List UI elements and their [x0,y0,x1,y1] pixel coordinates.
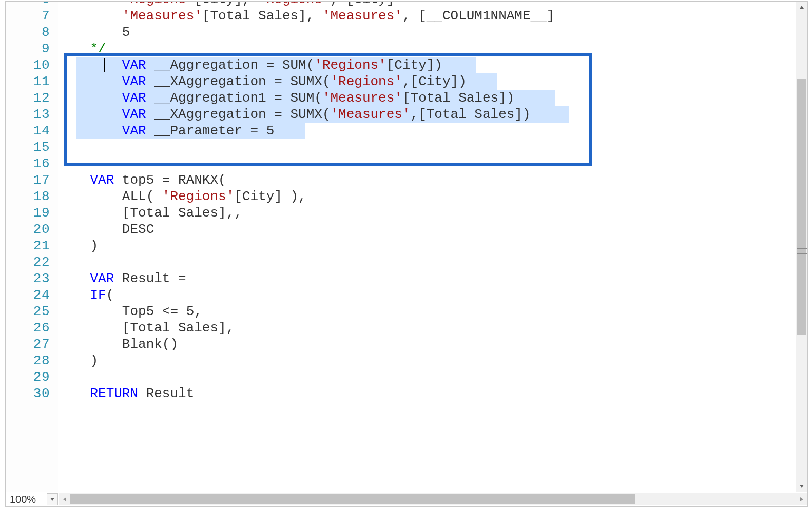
horizontal-scrollbar-thumb[interactable] [70,494,635,504]
horizontal-scrollbar[interactable] [59,493,807,505]
svg-marker-4 [800,497,803,501]
scroll-marker [797,248,807,249]
svg-marker-0 [800,6,804,9]
code-line[interactable]: [Total Sales], [58,320,234,336]
code-line[interactable]: Blank() [58,336,178,352]
line-number-gutter: 6789101112131415161718192021222324252627… [6,2,58,492]
line-number: 13 [6,106,50,123]
line-number: 24 [6,287,50,303]
code-line[interactable]: DESC [58,221,154,238]
code-line[interactable]: VAR __XAggregation = SUMX('Measures',[To… [58,106,531,123]
line-number: 11 [6,73,50,90]
line-number: 29 [6,369,50,385]
line-number: 6 [6,2,50,8]
line-number: 26 [6,320,50,336]
code-surface[interactable]: 'Regions'[City], 'Regions', [City] 'Meas… [58,2,796,492]
line-number: 30 [6,385,50,402]
code-line[interactable]: Top5 <= 5, [58,303,202,320]
line-number: 12 [6,90,50,106]
svg-marker-3 [63,497,66,501]
code-line[interactable] [58,254,66,270]
line-number: 8 [6,24,50,41]
scroll-down-button[interactable] [796,481,807,492]
code-line[interactable] [58,155,66,172]
code-line[interactable] [58,369,66,385]
vertical-scrollbar[interactable] [796,2,807,492]
svg-marker-1 [800,485,804,488]
line-number: 7 [6,8,50,24]
zoom-control[interactable]: 100% [6,492,58,506]
code-line[interactable]: RETURN Result [58,385,194,402]
code-line[interactable]: IF( [58,287,114,303]
chevron-right-icon [799,497,804,502]
code-line[interactable]: VAR __XAggregation = SUMX('Regions',[Cit… [58,73,467,90]
code-line[interactable]: 5 [58,24,130,41]
chevron-down-icon [50,497,55,502]
code-line[interactable]: ) [58,352,98,369]
line-number: 21 [6,238,50,254]
scroll-left-button[interactable] [59,493,70,505]
code-line[interactable]: VAR __Parameter = 5 [58,123,274,139]
chevron-down-icon [799,484,804,489]
svg-marker-2 [50,498,54,501]
line-number: 20 [6,221,50,238]
editor-area[interactable]: 6789101112131415161718192021222324252627… [6,2,796,492]
line-number: 14 [6,123,50,139]
code-line[interactable]: 'Regions'[City], 'Regions', [City] [58,2,394,8]
chevron-up-icon [799,5,804,10]
chevron-left-icon [62,497,67,502]
line-number: 15 [6,139,50,155]
line-number: 9 [6,41,50,57]
line-number: 16 [6,155,50,172]
editor-pane: 6789101112131415161718192021222324252627… [5,1,808,507]
code-line[interactable]: */ [58,41,106,57]
line-number: 28 [6,352,50,369]
code-line[interactable] [58,139,66,155]
line-number: 25 [6,303,50,320]
code-line[interactable]: 'Measures'[Total Sales], 'Measures', [__… [58,8,554,24]
scroll-right-button[interactable] [796,493,807,505]
zoom-dropdown-button[interactable] [47,493,58,505]
line-number: 10 [6,57,50,73]
line-number: 18 [6,188,50,205]
line-number: 22 [6,254,50,270]
scroll-marker [797,253,807,254]
scroll-up-button[interactable] [796,2,807,13]
code-line[interactable]: VAR __Aggregation1 = SUM('Measures'[Tota… [58,90,514,106]
code-line[interactable]: VAR Result = [58,270,186,287]
code-line[interactable]: [Total Sales],, [58,205,242,221]
horizontal-scrollbar-track[interactable] [70,493,796,505]
line-number: 27 [6,336,50,352]
code-line[interactable]: ALL( 'Regions'[City] ), [58,188,306,205]
vertical-scrollbar-thumb[interactable] [797,79,806,335]
code-line[interactable]: VAR top5 = RANKX( [58,172,226,188]
line-number: 17 [6,172,50,188]
text-caret [104,58,105,72]
code-line[interactable]: VAR __Aggregation = SUM('Regions'[City]) [58,57,442,73]
line-number: 19 [6,205,50,221]
zoom-level-label: 100% [6,494,47,505]
code-line[interactable]: ) [58,238,98,254]
gutter-divider [57,2,57,492]
line-number: 23 [6,270,50,287]
bottom-strip: 100% [6,492,807,506]
